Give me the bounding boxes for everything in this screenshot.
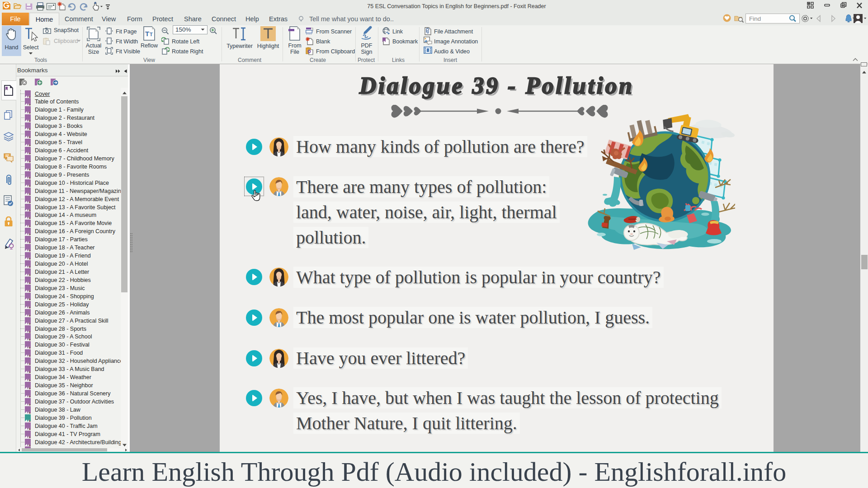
svg-text:T: T	[145, 30, 149, 38]
svg-text:Find: Find	[749, 15, 761, 22]
svg-text:T: T	[150, 32, 153, 37]
